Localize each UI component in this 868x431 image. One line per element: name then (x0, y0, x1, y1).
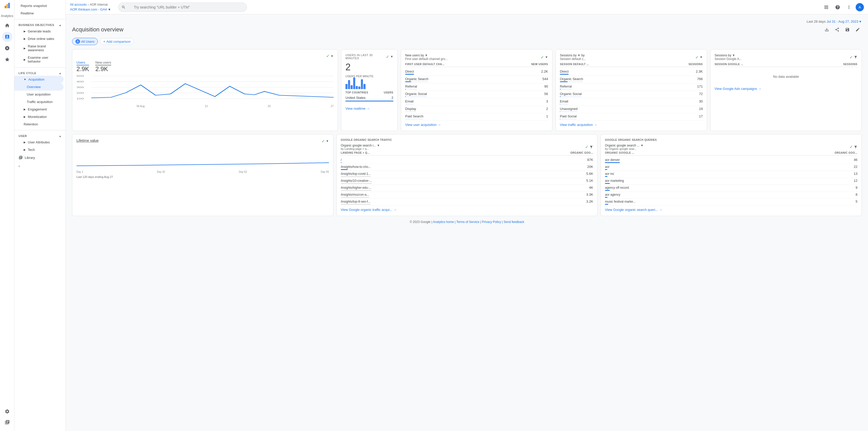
header-right: A (822, 3, 864, 12)
date-range-label: Last 28 days (807, 20, 826, 24)
explore-icon[interactable] (2, 43, 12, 53)
organic-traffic-check-icon: ✓ (585, 145, 588, 149)
sessions-google-card: Sessions by ▼ Session Google A... ✓ SESS… (710, 49, 862, 131)
organic-traffic-card: GOOGLE ORGANIC SEARCH TRAFFIC Organic go… (336, 134, 598, 216)
breadcrumb-all-accounts[interactable]: All accounts (70, 3, 87, 6)
nav-tech[interactable]: ▶ Tech (14, 146, 64, 153)
nav-engagement[interactable]: ▶ Engagement (14, 105, 64, 113)
table-row: Direct 2.3K (560, 68, 703, 76)
realtime-dropdown-icon[interactable]: ▼ (390, 55, 393, 58)
feedback-link[interactable]: Send feedback (503, 220, 524, 224)
nav-examine-user-behavior[interactable]: ▶ Examine user behavior (14, 54, 64, 65)
sessions-dropdown-icon[interactable]: ▼ (700, 55, 703, 59)
reports-icon[interactable] (2, 32, 12, 42)
chevron-up-icon: ▲ (59, 24, 62, 27)
nav-acquisition[interactable]: ▼ Acquisition (14, 76, 64, 83)
users-chart-card: ✓ ▼ Users 2.9K New users 2.9K (72, 49, 338, 131)
share-button[interactable] (833, 26, 841, 34)
section-user[interactable]: User ▲ (14, 132, 66, 138)
apps-icon-btn[interactable] (822, 3, 831, 12)
page-title: Acquisition overview (72, 26, 123, 33)
nav-monetization[interactable]: ▶ Monetization (14, 113, 64, 121)
svg-rect-1 (6, 4, 8, 8)
add-comparison-chip[interactable]: + Add comparison (100, 38, 134, 45)
sessions-card-header: Sessions by ▼ by Session default c... ✓ … (560, 54, 703, 61)
terms-link[interactable]: Terms of Service (456, 220, 479, 224)
organic-row: /insights/top-covid-1... 5.6K (341, 171, 593, 178)
save-button[interactable] (843, 26, 851, 34)
organic-row: / 87K (341, 157, 593, 164)
nav-user-acquisition[interactable]: User acquisition (14, 91, 64, 98)
all-users-chip[interactable]: A All Users (72, 38, 98, 45)
new-users-dropdown-icon[interactable]: ▼ (545, 55, 548, 59)
view-organic-traffic-link[interactable]: View Google organic traffic acqui... → (341, 208, 593, 212)
view-traffic-acquisition-link[interactable]: View traffic acquisition → (560, 123, 703, 127)
organic-traffic-filter-icon[interactable] (589, 145, 593, 149)
date-range-value[interactable]: Jul 31 - Aug 27, 2023 (827, 20, 858, 24)
library-icon[interactable] (2, 417, 12, 427)
home-icon[interactable] (2, 20, 12, 31)
nav-raise-brand-awareness[interactable]: ▶ Raise brand awareness (14, 42, 64, 54)
lifetime-footer: Last 120 days ending Aug 27 (76, 175, 329, 178)
chart-dropdown-icon[interactable]: ▼ (331, 54, 334, 58)
lifetime-value-card: Lifetime value ✓ ▼ Day 1 Day 32 Day 62 D… (72, 134, 333, 216)
settings-icon[interactable] (2, 406, 12, 417)
users-metric: Users 2.9K (76, 61, 89, 72)
svg-text:500: 500 (76, 75, 84, 77)
table-row: Organic Search 766 (560, 76, 703, 84)
lifetime-dropdown-icon[interactable]: ▼ (326, 139, 329, 143)
chart-card-header: ✓ ▼ (76, 54, 334, 58)
search-bar[interactable] (118, 3, 247, 12)
sessions-google-filter-icon[interactable] (854, 55, 858, 59)
help-icon-btn[interactable] (833, 3, 842, 12)
mini-bar-chart (345, 79, 393, 89)
per-minute-label: USERS PER MINUTE (345, 75, 393, 78)
bar (350, 85, 353, 89)
nav-library[interactable]: Library (14, 153, 66, 162)
analytics-home-link[interactable]: Analytics home (433, 220, 454, 224)
nav-user-attributes[interactable]: ▶ User Attributes (14, 138, 64, 146)
view-organic-queries-link[interactable]: View Google organic search queri... → (605, 208, 858, 212)
nav-reports-snapshot[interactable]: Reports snapshot (14, 2, 64, 9)
privacy-link[interactable]: Privacy Policy (482, 220, 501, 224)
export-button[interactable] (823, 26, 831, 34)
lifetime-x-axis: Day 1 Day 32 Day 62 Day 93 (76, 171, 329, 173)
realtime-view-link[interactable]: View realtime → (345, 101, 393, 111)
top-cards-row: ✓ ▼ Users 2.9K New users 2.9K (72, 49, 862, 131)
new-users-check-icon: ✓ (540, 55, 544, 60)
section-lifecycle[interactable]: Life cycle ▲ (14, 69, 66, 76)
chart-x-axis: 06 Aug 13 20 27 (76, 105, 334, 107)
view-user-acquisition-link[interactable]: View user acquisition → (405, 123, 548, 127)
sessions-card-subtitle: Session default c... (560, 57, 586, 61)
nav-generate-leads[interactable]: ▶ Generate leads (14, 28, 64, 35)
search-input[interactable] (128, 5, 243, 9)
more-vert-icon-btn[interactable] (844, 3, 854, 12)
date-dropdown-icon[interactable]: ▼ (859, 20, 862, 24)
sidebar-collapse-btn[interactable]: ‹ (14, 162, 66, 171)
organic-queries-table-body: aor denver 46 aor 22 aor inc 13 aor mark… (605, 157, 858, 206)
nav-retention[interactable]: Retention (14, 121, 64, 128)
nav-overview[interactable]: Overview (14, 83, 64, 91)
line-chart: 500 400 300 200 100 (76, 75, 334, 105)
view-google-ads-link[interactable]: View Google Ads campaigns → (715, 87, 858, 91)
content-area: Last 28 days Jul 31 - Aug 27, 2023 ▼ Acq… (66, 14, 868, 431)
page-footer: © 2023 Google | Analytics home | Terms o… (72, 216, 862, 228)
organic-traffic-table-header: LANDING PAGE + Q... ORGANIC GOO... (341, 151, 593, 155)
nav-drive-online-sales[interactable]: ▶ Drive online sales (14, 35, 64, 42)
bar (353, 78, 355, 89)
nav-traffic-acquisition[interactable]: Traffic acquisition (14, 98, 64, 105)
property-selector[interactable]: AOR thinkaor.com - GA4 ▼ (70, 7, 111, 11)
organic-queries-filter-icon[interactable] (854, 145, 858, 149)
organic-queries-subtitle: by Organic google sear... (605, 147, 644, 150)
advertising-icon[interactable] (2, 54, 12, 65)
organic-queries-table-header: ORGANIC GOOGLE ... ORGANIC GOO... (605, 151, 858, 155)
section-business-objectives[interactable]: Business objectives ▲ (14, 21, 66, 28)
search-icon (122, 5, 126, 9)
user-avatar[interactable]: A (856, 3, 864, 11)
nav-realtime[interactable]: Realtime (14, 9, 64, 17)
bar (364, 84, 366, 89)
edit-button[interactable] (854, 26, 862, 34)
new-users-table-header: FIRST USER DEFAULT CHA... NEW USERS (405, 63, 548, 67)
app-logo[interactable] (4, 2, 11, 10)
icon-sidebar: Analytics (0, 0, 14, 431)
